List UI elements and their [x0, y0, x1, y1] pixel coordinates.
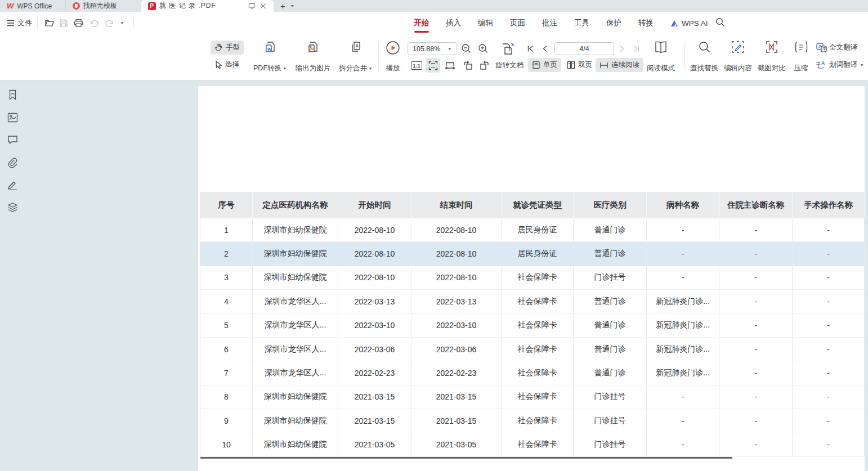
edit-pencil-icon [731, 41, 745, 53]
find-replace-button[interactable]: 查找替换 [688, 41, 721, 73]
split-merge-button[interactable]: 拆分合并▼ [335, 41, 376, 73]
tab-list-chevron-icon[interactable]: ▼ [290, 4, 295, 8]
menu-tab-tools[interactable]: 工具 [574, 12, 589, 34]
chevron-down-icon: ▼ [448, 47, 452, 51]
menu-tab-convert[interactable]: 转换 [638, 12, 654, 34]
play-slideshow-button[interactable]: 播放 [381, 41, 405, 73]
last-page-button[interactable] [633, 45, 640, 52]
page-organize-icon[interactable] [500, 42, 516, 56]
wps-logo-icon: W [7, 2, 14, 10]
svg-text:A: A [821, 60, 825, 66]
book-icon [654, 41, 668, 54]
window-tab-bar: W WPS Office 找稻壳模板 P 就 医 记 录 .PDF + ▼ [0, 0, 868, 12]
previous-page-button[interactable] [542, 45, 548, 52]
single-page-button[interactable]: 单页 [528, 58, 561, 72]
table-row: 10 深圳市妇幼保健院 2021-03-05 2021-03-05 社会保障卡 … [200, 433, 864, 457]
col-header-operation-name: 手术操作名称 [793, 192, 865, 218]
col-header-end-time: 结束时间 [411, 192, 502, 218]
chevron-down-icon: ▼ [860, 63, 864, 67]
export-image-icon [306, 41, 320, 55]
comment-panel-icon[interactable] [6, 133, 19, 146]
search-icon [698, 41, 711, 53]
table-row: 5 深圳市龙华区人... 2022-03-10 2022-03-10 社会保障卡… [200, 314, 864, 338]
hand-tool-button[interactable]: 手型 [211, 41, 244, 55]
continuous-read-button[interactable]: 连续阅读 [596, 58, 643, 72]
new-tab-button[interactable]: + [280, 1, 285, 11]
print-button[interactable] [74, 16, 83, 30]
chevron-down-icon: ▼ [283, 66, 287, 70]
play-icon [386, 41, 400, 55]
rotate-document-button[interactable]: 旋转文档 [495, 61, 524, 70]
tab-wps-office[interactable]: W WPS Office [0, 0, 66, 12]
bookmark-panel-icon[interactable] [6, 88, 19, 101]
svg-text:字: 字 [822, 47, 827, 52]
menu-tab-protect[interactable]: 保护 [606, 12, 621, 34]
signature-panel-icon[interactable] [6, 178, 19, 191]
table-row: 3 深圳市妇幼保健院 2022-08-10 2022-08-10 社会保障卡 门… [200, 266, 864, 290]
tab-docer-templates[interactable]: 找稻壳模板 [66, 0, 141, 12]
fit-page-button[interactable] [426, 58, 440, 73]
zoom-level-dropdown[interactable]: 105.88%▼ [408, 42, 457, 55]
export-as-image-button[interactable]: 输出为图片 [292, 41, 334, 73]
select-tool-button[interactable]: 选择 [211, 57, 243, 71]
medical-table-body: 1 深圳市妇幼保健院 2022-08-10 2022-08-10 居民身份证 普… [200, 218, 864, 457]
pdf-page[interactable]: 序号 定点医药机构名称 开始时间 结束时间 就诊凭证类型 医疗类别 病种名称 住… [198, 86, 865, 471]
col-header-credential-type: 就诊凭证类型 [502, 192, 574, 218]
thumbnail-panel-icon[interactable] [6, 111, 19, 124]
edit-content-button[interactable]: 编辑内容 [722, 41, 754, 73]
word-translate-button[interactable]: 字A 划词翻译 ▼ [816, 60, 864, 70]
menu-tab-insert[interactable]: 插入 [446, 12, 461, 34]
pdf-convert-button[interactable]: W PDF转换▼ [249, 41, 292, 73]
menu-tab-wps-ai[interactable]: WPS AI [670, 12, 708, 34]
col-header-start-time: 开始时间 [338, 192, 411, 218]
save-button[interactable] [59, 16, 68, 30]
read-mode-button[interactable]: 阅读模式 [643, 41, 678, 73]
file-menu-button[interactable]: 文件 [7, 16, 32, 30]
menu-search-icon[interactable] [715, 17, 725, 27]
layers-panel-icon[interactable] [6, 201, 19, 214]
table-bottom-border [200, 457, 732, 459]
medical-records-table: 序号 定点医药机构名称 开始时间 结束时间 就诊凭证类型 医疗类别 病种名称 住… [200, 192, 864, 457]
menu-tab-home[interactable]: 开始 [414, 12, 429, 34]
word-translate-icon: 字A [816, 60, 827, 70]
continuous-read-icon [599, 61, 609, 69]
page-number-input[interactable] [554, 42, 614, 55]
pdf-convert-icon: W [263, 41, 278, 55]
chevron-down-icon: ▼ [368, 66, 373, 70]
actual-size-button[interactable]: 1:1 [409, 58, 424, 73]
full-text-translate-button[interactable]: A字 全文翻译 [816, 43, 857, 52]
open-file-button[interactable] [44, 16, 55, 30]
attachment-panel-icon[interactable] [6, 156, 19, 169]
menu-tab-comment[interactable]: 批注 [542, 12, 557, 34]
menu-tab-edit[interactable]: 编辑 [478, 12, 493, 34]
fit-width-button[interactable] [442, 58, 457, 73]
docer-icon [73, 2, 80, 10]
screenshot-compare-button[interactable]: 截图对比 [755, 41, 788, 73]
rotate-right-button[interactable] [477, 58, 491, 73]
next-page-button[interactable] [619, 45, 625, 52]
redo-button[interactable] [105, 16, 114, 30]
table-row: 7 深圳市龙华区人... 2022-02-23 2022-02-23 社会保障卡… [200, 361, 864, 385]
table-row: 1 深圳市妇幼保健院 2022-08-10 2022-08-10 居民身份证 普… [200, 218, 864, 242]
close-tab-icon[interactable] [259, 2, 267, 10]
col-header-index: 序号 [200, 192, 253, 218]
tab-label: 找稻壳模板 [83, 1, 117, 11]
present-monitor-icon[interactable] [248, 2, 256, 10]
single-page-icon [532, 61, 540, 69]
undo-button[interactable] [90, 16, 99, 30]
tab-document-pdf[interactable]: P 就 医 记 录 .PDF [141, 0, 274, 12]
rotate-left-button[interactable] [460, 58, 475, 73]
first-page-button[interactable] [527, 45, 534, 52]
wps-ai-icon [670, 20, 679, 27]
zoom-in-button[interactable] [478, 43, 489, 54]
svg-text:字: 字 [816, 61, 821, 66]
table-row: 9 深圳市妇幼保健院 2021-03-15 2021-03-15 社会保障卡 门… [200, 409, 864, 433]
ribbon-tabs: 开始 插入 编辑 页面 批注 工具 保护 转换 WPS AI [414, 12, 708, 34]
table-row: 8 深圳市妇幼保健院 2021-03-15 2021-03-15 社会保障卡 门… [200, 385, 864, 409]
translate-icon: A字 [816, 43, 827, 52]
zoom-out-button[interactable] [461, 43, 472, 54]
menu-tab-page[interactable]: 页面 [510, 12, 525, 34]
quickbar-chevron-icon[interactable]: ▼ [120, 17, 124, 28]
compress-button[interactable]: 压缩 [788, 41, 814, 73]
col-header-main-diagnosis: 住院主诊断名称 [719, 192, 793, 218]
